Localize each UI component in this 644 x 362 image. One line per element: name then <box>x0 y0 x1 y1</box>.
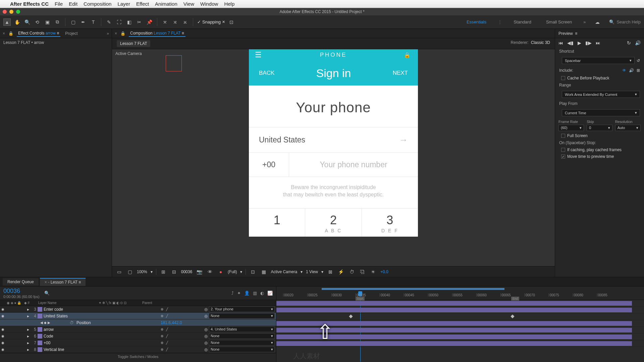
transparency-grid-icon[interactable]: ▦ <box>260 268 267 276</box>
selection-tool-icon[interactable]: ▲ <box>3 18 11 26</box>
safe-zones-icon[interactable]: ⊞ <box>160 268 167 276</box>
renderer-dropdown[interactable]: Classic 3D <box>531 40 550 45</box>
track-row[interactable] <box>276 307 644 313</box>
include-overlays-icon[interactable]: ⊞ <box>637 68 640 73</box>
comp-mini-flowchart-icon[interactable]: ⤴ <box>231 291 234 296</box>
snapshot-icon[interactable]: 📷 <box>196 268 203 276</box>
comp-mini-flowchart[interactable]: Lesson 7 FLAT <box>117 40 150 47</box>
layer-row[interactable]: ◉ ▸ 4 United States ⊕ ╱ ◎None▾ <box>0 313 276 319</box>
menu-edit[interactable]: Edit <box>69 1 77 7</box>
include-audio-icon[interactable]: 🔊 <box>629 68 634 73</box>
stop-option-2[interactable]: ✓Move time to preview time <box>555 153 644 160</box>
layer-row[interactable]: ◉ ▸ 5 arrow ⊕ ╱ ◎4. United States▾ <box>0 326 276 333</box>
grid-icon[interactable]: ⊟ <box>170 268 178 276</box>
layer-row[interactable]: ◉ ▸ 3 Enter code ⊕ ╱ ◎2. Your phone▾ <box>0 306 276 313</box>
range-dropdown[interactable]: Work Area Extended By Current▾ <box>562 91 640 98</box>
framerate-dropdown[interactable]: (60)▾ <box>558 125 584 131</box>
project-tab[interactable]: Project <box>64 31 79 37</box>
search-layer-icon[interactable]: 🔍 <box>44 291 50 296</box>
minimize-window-button[interactable] <box>9 10 13 14</box>
lock-icon[interactable]: 🔒 <box>120 31 125 36</box>
snap-options-icon[interactable]: ⊡ <box>228 18 235 26</box>
view-dropdown[interactable]: 1 View <box>306 269 318 274</box>
show-snapshot-icon[interactable]: 👁 <box>206 268 214 276</box>
roto-tool-icon[interactable]: ✂ <box>136 18 143 26</box>
menu-layer[interactable]: Layer <box>117 1 130 7</box>
composition-tab[interactable]: Composition Lesson 7 FLAT ≡ <box>129 30 185 37</box>
pixel-aspect-icon[interactable]: ⊠ <box>327 268 334 276</box>
view-axis-icon[interactable]: ⤩ <box>181 18 189 26</box>
hand-tool-icon[interactable]: ✋ <box>13 18 21 26</box>
keyframe-icon[interactable] <box>349 314 353 318</box>
app-name[interactable]: After Effects CC <box>10 1 49 7</box>
timeline-comp-tab[interactable]: × ▫ Lesson 7 FLAT ≡ <box>40 278 86 286</box>
motion-blur-icon[interactable]: ◐ <box>260 291 264 296</box>
last-frame-button[interactable]: ⏭ <box>596 40 600 46</box>
cache-before-playback[interactable]: Cache Before Playback <box>555 75 644 81</box>
camera-tool-icon[interactable]: ▣ <box>44 18 51 26</box>
roi-icon[interactable]: ⊡ <box>249 268 257 276</box>
graph-editor-icon[interactable]: 📈 <box>267 291 273 296</box>
shy-icon[interactable]: 👤 <box>244 291 250 296</box>
pen-tool-icon[interactable]: ✒ <box>79 18 87 26</box>
mag-ratio-icon[interactable]: ▭ <box>115 268 123 276</box>
fast-previews-icon[interactable]: ⚡ <box>337 268 345 276</box>
workspace-standard[interactable]: Standard <box>510 19 535 24</box>
include-video-icon[interactable]: 👁 <box>622 68 626 73</box>
mute-icon[interactable]: 🔊 <box>635 40 641 46</box>
reset-exposure-icon[interactable]: ☀ <box>370 268 377 276</box>
layer-row[interactable]: ◉ ▸ 7 +00 ⊕ ╱ ◎None▾ <box>0 340 276 346</box>
play-button[interactable]: ▶ <box>578 40 581 46</box>
composition-viewer[interactable]: Active Camera ☰ PHONE 🔒 BACK Sign in NEX… <box>112 49 555 266</box>
local-axis-icon[interactable]: ⤧ <box>161 18 169 26</box>
frame-blend-icon[interactable]: ▥ <box>253 291 257 296</box>
lock-icon[interactable]: 🔒 <box>8 31 13 36</box>
world-axis-icon[interactable]: ⤨ <box>171 18 179 26</box>
puppet-tool-icon[interactable]: 📌 <box>146 18 153 26</box>
eraser-tool-icon[interactable]: ◧ <box>125 18 133 26</box>
resolution-dropdown[interactable]: (Full) <box>228 269 237 274</box>
effect-controls-tab[interactable]: Effect Controls arrow ≡ <box>17 30 60 37</box>
workspace-small-screen[interactable]: Small Screen <box>543 19 575 24</box>
layer-row[interactable]: ◉ ▸ 6 Code ⊕ ╱ ◎None▾ <box>0 333 276 340</box>
menu-effect[interactable]: Effect <box>136 1 149 7</box>
rotation-tool-icon[interactable]: ⟲ <box>34 18 41 26</box>
menu-animation[interactable]: Animation <box>155 1 177 7</box>
menu-file[interactable]: File <box>55 1 63 7</box>
current-timecode[interactable]: 00036 <box>3 288 40 295</box>
res-icon[interactable]: ▢ <box>126 268 133 276</box>
exposure-value[interactable]: +0.0 <box>380 269 388 274</box>
close-window-button[interactable] <box>3 10 7 14</box>
mac-menu-bar[interactable]: After Effects CC File Edit Composition L… <box>0 0 644 8</box>
fullscreen-checkbox[interactable]: Full Screen <box>555 132 644 139</box>
type-tool-icon[interactable]: T <box>90 18 97 26</box>
sync-settings-icon[interactable]: ☁ <box>594 18 601 26</box>
first-frame-button[interactable]: ⏮ <box>558 40 563 46</box>
prev-frame-button[interactable]: ◀▮ <box>567 40 574 46</box>
menu-window[interactable]: Window <box>200 1 218 7</box>
menu-help[interactable]: Help <box>224 1 234 7</box>
zoom-tool-icon[interactable]: 🔍 <box>23 18 31 26</box>
panbehind-tool-icon[interactable]: ⧉ <box>54 18 61 26</box>
next-frame-button[interactable]: ▮▶ <box>585 40 592 46</box>
stop-option-1[interactable]: If caching, play cached frames <box>555 146 644 153</box>
current-frame[interactable]: 00036 <box>181 269 192 274</box>
track-row[interactable] <box>276 300 644 307</box>
track-row[interactable] <box>276 313 644 320</box>
brush-tool-icon[interactable]: ✎ <box>105 18 113 26</box>
reset-icon[interactable]: ↺ <box>637 58 640 63</box>
snapping-toggle[interactable]: ✓Snapping✕ <box>197 19 225 24</box>
menu-view[interactable]: View <box>183 1 194 7</box>
zoom-window-button[interactable] <box>16 10 20 14</box>
workspace-essentials[interactable]: Essentials <box>463 19 490 24</box>
search-help[interactable]: 🔍Search Help <box>609 19 641 24</box>
timeline-icon[interactable]: ⏱ <box>348 268 356 276</box>
layer-bar[interactable] <box>276 308 632 312</box>
loop-icon[interactable]: ↻ <box>627 40 631 46</box>
menu-composition[interactable]: Composition <box>84 1 111 7</box>
keyframe-icon[interactable] <box>511 314 514 318</box>
preview-tab[interactable]: Preview <box>558 31 573 36</box>
layer-bar[interactable] <box>276 301 632 306</box>
clone-tool-icon[interactable]: ⛶ <box>115 18 123 26</box>
property-row[interactable]: ◀ ◆ ▶⏱Position181.6,442.0 <box>0 319 276 326</box>
